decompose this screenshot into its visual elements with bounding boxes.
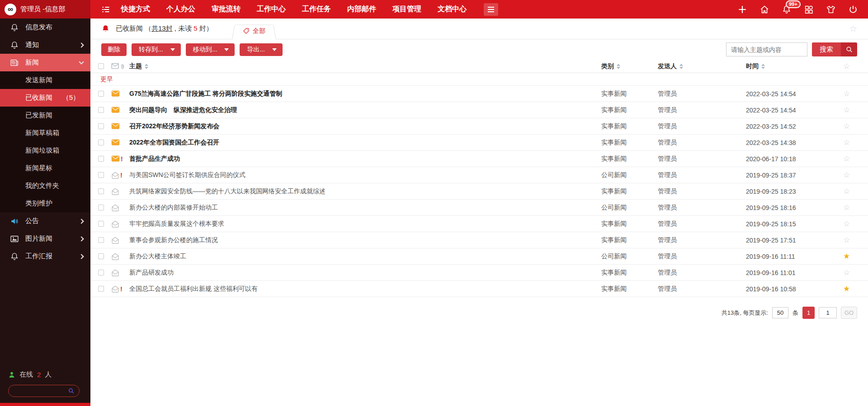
row-star-toggle[interactable]: ☆ [825,121,868,131]
table-row[interactable]: ! 首批产品生产成功 实事新闻 管理员 2020-06-17 10:18 ☆ [90,151,868,167]
search-icon[interactable] [68,387,75,394]
row-star-toggle[interactable]: ★ [825,252,868,261]
row-star-toggle[interactable]: ☆ [825,138,868,147]
row-star-toggle[interactable]: ☆ [825,235,868,245]
sort-icons[interactable] [617,64,620,69]
new-item-icon[interactable] [737,5,747,14]
search-icon-button[interactable] [841,42,857,56]
row-subject-link[interactable]: 新办公大楼的内部装修开始动工 [129,204,585,212]
row-checkbox[interactable] [98,156,104,162]
sidebar-subitem-4[interactable]: 发送新闻 [0,71,90,89]
table-row[interactable]: ! 董事会参观新办公楼的施工情况 实事新闻 管理员 2019-09-25 17:… [90,232,868,248]
row-checkbox[interactable] [98,205,104,210]
row-checkbox[interactable] [98,253,104,259]
sidebar-item-3[interactable]: 新闻 [0,54,90,71]
top-menu-item-8[interactable]: 文档中心 [429,5,475,14]
table-row[interactable]: ! 新产品研发成功 实事新闻 管理员 2019-09-16 11:01 ☆ [90,265,868,281]
row-subject-link[interactable]: 新产品研发成功 [129,269,585,277]
sidebar-search-input[interactable] [13,387,68,395]
sidebar-subitem-7[interactable]: 新闻草稿箱 [0,124,90,142]
sidebar-subitem-6[interactable]: 已发新闻 [0,107,90,124]
delete-button[interactable]: 删除 [101,43,127,56]
sidebar-subitem-9[interactable]: 新闻星标 [0,159,90,177]
row-star-toggle[interactable]: ★ [825,284,868,294]
table-row[interactable]: ! 突出问题导向 纵深推进危化安全治理 实事新闻 管理员 2022-03-25 … [90,102,868,118]
sidebar-subitem-10[interactable]: 我的文件夹 [0,177,90,195]
per-page-input[interactable] [772,307,788,318]
row-checkbox[interactable] [98,237,104,243]
theme-shirt-icon[interactable] [826,5,836,14]
table-row[interactable]: ! 新办公大楼的内部装修开始动工 公司新闻 管理员 2019-09-25 18:… [90,200,868,216]
table-row[interactable]: ! G75兰海高速公路广甘段施工 将分两阶段实施交通管制 实事新闻 管理员 20… [90,86,868,102]
table-row[interactable]: ! 共筑网络家园安全防线——党的十八大以来我国网络安全工作成就综述 实事新闻 管… [90,183,868,200]
table-row[interactable]: ! 2022年全市国资国企工作会召开 实事新闻 管理员 2022-03-25 1… [90,135,868,151]
row-subject-link[interactable]: 董事会参观新办公楼的施工情况 [129,236,585,244]
sort-header-subject[interactable]: 主题 [129,62,585,70]
sidebar-item-1[interactable]: 信息发布 [0,19,90,36]
row-subject-link[interactable]: 与美国SWN公司签订长期供应合同的仪式 [129,171,585,179]
row-checkbox[interactable] [98,172,104,178]
row-checkbox[interactable] [98,188,104,194]
row-subject-link[interactable]: 新办公大楼主体竣工 [129,252,585,261]
row-subject-link[interactable]: 牢牢把握高质量发展这个根本要求 [129,220,585,228]
row-checkbox[interactable] [98,107,104,113]
sidebar-subitem-8[interactable]: 新闻垃圾箱 [0,142,90,159]
row-subject-link[interactable]: G75兰海高速公路广甘段施工 将分两阶段实施交通管制 [129,90,585,98]
top-menu-item-6[interactable]: 内部邮件 [339,5,384,14]
search-button[interactable]: 搜索 [812,42,841,56]
sort-icons[interactable] [679,64,683,69]
logout-power-icon[interactable] [848,5,858,14]
select-all-checkbox[interactable] [98,63,104,69]
more-menu-button[interactable] [484,3,498,16]
home-icon[interactable] [760,5,769,14]
top-menu-item-7[interactable]: 项目管理 [384,5,429,14]
row-checkbox[interactable] [98,270,104,275]
table-row[interactable]: ! 全国总工会就员工福利出新规 这些福利可以有 实事新闻 管理员 2019-09… [90,281,868,297]
row-subject-link[interactable]: 全国总工会就员工福利出新规 这些福利可以有 [129,285,585,293]
sidebar-item-13[interactable]: 图片新闻 [0,230,90,247]
sort-icons[interactable] [145,64,148,69]
subject-search-input[interactable] [726,42,807,56]
sort-icons[interactable] [761,64,765,69]
sort-header-sender[interactable]: 发送人 [653,62,719,70]
table-row[interactable]: ! 牢牢把握高质量发展这个根本要求 实事新闻 管理员 2019-09-25 18… [90,216,868,232]
goto-page-input[interactable] [819,307,837,318]
sidebar-item-12[interactable]: 公告 [0,212,90,230]
row-star-toggle[interactable]: ☆ [825,105,868,115]
row-star-toggle[interactable]: ☆ [825,219,868,229]
table-row[interactable]: ! 新办公大楼主体竣工 公司新闻 管理员 2019-09-16 11:11 ★ [90,248,868,265]
row-subject-link[interactable]: 突出问题导向 纵深推进危化安全治理 [129,106,585,114]
row-checkbox[interactable] [98,91,104,97]
save-to-dropdown-button[interactable]: 转存到... [132,43,181,56]
sidebar-subitem-11[interactable]: 类别维护 [0,195,90,212]
table-row[interactable]: ! 与美国SWN公司签订长期供应合同的仪式 公司新闻 管理员 2019-09-2… [90,167,868,183]
row-subject-link[interactable]: 共筑网络家园安全防线——党的十八大以来我国网络安全工作成就综述 [129,187,585,196]
notifications-bell-icon[interactable]: 99+ [782,5,792,14]
sort-header-category[interactable]: 类别 [585,62,653,70]
export-dropdown-button[interactable]: 导出... [240,43,283,56]
favorite-page-star-icon[interactable]: ☆ [849,23,857,34]
top-menu-item-2[interactable]: 个人办公 [158,5,203,14]
row-checkbox[interactable] [98,221,104,227]
row-subject-link[interactable]: 2022年全市国资国企工作会召开 [129,139,585,147]
page-1-button[interactable]: 1 [802,307,815,319]
row-checkbox[interactable] [98,286,104,292]
top-menu-item-5[interactable]: 工作任务 [294,5,339,14]
row-checkbox[interactable] [98,140,104,145]
row-star-toggle[interactable]: ☆ [825,187,868,196]
row-checkbox[interactable] [98,123,104,129]
row-subject-link[interactable]: 首批产品生产成功 [129,155,585,163]
move-to-dropdown-button[interactable]: 移动到... [186,43,235,56]
sidebar-subitem-5[interactable]: 已收新闻（5） [0,89,90,107]
row-star-toggle[interactable]: ☆ [825,154,868,163]
row-star-toggle[interactable]: ☆ [825,203,868,212]
total-count-link[interactable]: 共13封 [151,24,173,32]
tab-all[interactable]: 全部 [232,23,276,39]
row-star-toggle[interactable]: ☆ [825,170,868,180]
apps-grid-icon[interactable] [804,5,814,14]
table-row[interactable]: ! 召开2022年经济形势新闻发布会 实事新闻 管理员 2022-03-25 1… [90,118,868,135]
row-star-toggle[interactable]: ☆ [825,89,868,98]
top-menu-item-4[interactable]: 工作中心 [249,5,294,14]
sidebar-item-2[interactable]: 通知 [0,36,90,54]
top-menu-item-3[interactable]: 审批流转 [203,5,249,14]
